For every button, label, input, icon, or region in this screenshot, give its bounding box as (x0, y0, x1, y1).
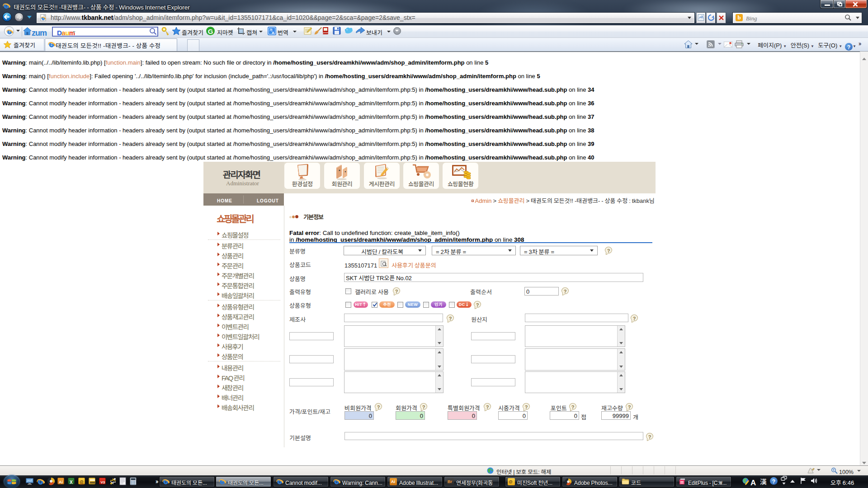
svg-text:A: A (272, 30, 274, 35)
